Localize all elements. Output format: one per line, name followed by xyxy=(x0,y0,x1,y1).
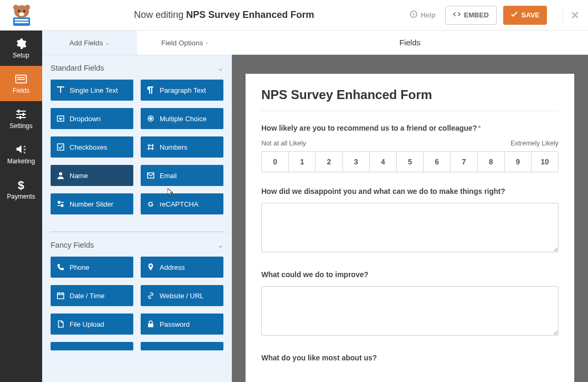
check-icon xyxy=(511,11,518,19)
section-fancy-fields[interactable]: Fancy Fields ⌄ xyxy=(42,232,232,257)
field-label: Website / URL xyxy=(160,292,204,300)
google-icon: G xyxy=(147,200,154,208)
field-website-url[interactable]: Website / URL xyxy=(141,285,223,306)
fields-panel: Add Fields ⌄ Field Options › Standard Fi… xyxy=(42,31,232,382)
nav-settings[interactable]: Settings xyxy=(0,101,42,136)
field-multiple-choice[interactable]: Multiple Choice xyxy=(141,108,223,129)
question-disappoint[interactable]: How did we disappoint you and what can w… xyxy=(261,187,558,270)
scale-cell[interactable]: 1 xyxy=(289,152,316,172)
nav-setup[interactable]: Setup xyxy=(0,31,42,66)
svg-rect-12 xyxy=(17,77,25,78)
help-button[interactable]: ? Help xyxy=(410,11,435,19)
field-label: Numbers xyxy=(160,143,188,151)
field-label: Paragraph Text xyxy=(160,86,206,94)
sliders-icon xyxy=(15,109,27,120)
form-title: NPS Survey Enhanced Form xyxy=(261,87,558,102)
main-area: Setup Fields Settings Marketing $ Paymen… xyxy=(0,31,588,382)
scale-cell[interactable]: 5 xyxy=(397,152,424,172)
field-label: Phone xyxy=(70,263,90,271)
field-phone[interactable]: Phone xyxy=(51,257,133,278)
svg-point-5 xyxy=(19,12,24,16)
left-nav: Setup Fields Settings Marketing $ Paymen… xyxy=(0,31,42,382)
radio-icon xyxy=(147,115,154,122)
svg-rect-15 xyxy=(16,114,26,115)
question-like-most[interactable]: What do you like most about us? xyxy=(261,354,558,362)
field-numbers[interactable]: Numbers xyxy=(141,136,223,158)
svg-rect-8 xyxy=(15,22,28,23)
question-recommend[interactable]: How likely are you to recommend us to a … xyxy=(261,124,558,172)
field-more-1[interactable] xyxy=(51,342,133,350)
field-single-line-text[interactable]: Single Line Text xyxy=(51,80,133,101)
scale-cell[interactable]: 10 xyxy=(532,152,558,172)
canvas-tab-fields[interactable]: Fields xyxy=(399,38,420,47)
chevron-down-icon: ⌄ xyxy=(218,241,223,249)
dropdown-icon xyxy=(57,115,64,122)
field-label: Address xyxy=(160,263,185,271)
field-dropdown[interactable]: Dropdown xyxy=(51,108,133,129)
question-improve[interactable]: What could we do to improve? xyxy=(261,270,558,354)
scale-cell[interactable]: 2 xyxy=(316,152,342,172)
tab-field-options-label: Field Options xyxy=(161,39,203,47)
section-standard-label: Standard Fields xyxy=(51,64,104,72)
field-label: Checkboxes xyxy=(70,143,107,151)
bullhorn-icon xyxy=(15,144,27,155)
svg-rect-18 xyxy=(23,113,24,116)
panel-tabs: Add Fields ⌄ Field Options › xyxy=(42,31,232,55)
nav-fields-label: Fields xyxy=(13,87,30,94)
person-icon xyxy=(57,172,64,179)
field-address[interactable]: Address xyxy=(141,257,223,278)
tab-field-options[interactable]: Field Options › xyxy=(137,31,232,55)
nav-payments[interactable]: $ Payments xyxy=(0,172,42,207)
divider xyxy=(261,111,558,111)
editing-form-name: NPS Survey Enhanced Form xyxy=(186,9,314,20)
nav-payments-label: Payments xyxy=(7,193,35,200)
scale-cell[interactable]: 9 xyxy=(505,152,532,172)
save-button[interactable]: SAVE xyxy=(503,6,547,25)
close-button[interactable]: ✕ xyxy=(563,7,580,24)
field-checkboxes[interactable]: Checkboxes xyxy=(51,136,133,158)
hash-icon xyxy=(147,143,154,151)
field-label: Date / Time xyxy=(70,292,104,300)
checkbox-icon xyxy=(57,143,64,151)
svg-rect-30 xyxy=(62,204,63,207)
section-standard-fields[interactable]: Standard Fields ⌄ xyxy=(42,55,232,80)
editing-prefix: Now editing xyxy=(134,9,186,20)
nav-fields[interactable]: Fields xyxy=(0,66,42,101)
section-fancy-label: Fancy Fields xyxy=(51,241,94,249)
field-label: Dropdown xyxy=(70,115,101,123)
scale-cell[interactable]: 7 xyxy=(450,152,477,172)
phone-icon xyxy=(57,263,64,271)
field-label: reCAPTCHA xyxy=(160,200,199,208)
scale-cell[interactable]: 4 xyxy=(370,152,397,172)
field-number-slider[interactable]: Number Slider xyxy=(51,193,133,214)
field-password[interactable]: Password xyxy=(141,314,223,335)
scale-cell[interactable]: 3 xyxy=(343,152,370,172)
field-paragraph-text[interactable]: Paragraph Text xyxy=(141,80,223,101)
file-icon xyxy=(57,320,64,328)
scale-cell[interactable]: 6 xyxy=(424,152,450,172)
nav-setup-label: Setup xyxy=(13,52,29,59)
svg-text:$: $ xyxy=(18,179,24,191)
svg-point-3 xyxy=(18,10,20,12)
form-preview: NPS Survey Enhanced Form How likely are … xyxy=(246,74,574,382)
field-email[interactable]: Email xyxy=(141,165,223,186)
scale-cell[interactable]: 0 xyxy=(262,152,289,172)
svg-point-25 xyxy=(150,117,152,120)
paragraph-icon xyxy=(147,86,154,94)
svg-point-4 xyxy=(23,10,25,12)
tab-add-fields[interactable]: Add Fields ⌄ xyxy=(42,31,137,55)
q3-textarea[interactable] xyxy=(261,286,558,336)
top-bar: Now editing NPS Survey Enhanced Form ? H… xyxy=(0,0,588,31)
embed-button[interactable]: EMBED xyxy=(445,6,497,25)
field-name[interactable]: Name xyxy=(51,165,133,186)
nav-marketing-label: Marketing xyxy=(7,158,35,165)
field-recaptcha[interactable]: GreCAPTCHA xyxy=(141,193,223,214)
link-icon xyxy=(147,292,154,299)
field-date-time[interactable]: Date / Time xyxy=(51,285,133,306)
nav-marketing[interactable]: Marketing xyxy=(0,136,42,172)
scale-cell[interactable]: 8 xyxy=(478,152,505,172)
field-file-upload[interactable]: File Upload xyxy=(51,314,133,335)
field-more-2[interactable] xyxy=(141,342,223,350)
q2-textarea[interactable] xyxy=(261,203,558,252)
svg-rect-33 xyxy=(148,324,153,327)
